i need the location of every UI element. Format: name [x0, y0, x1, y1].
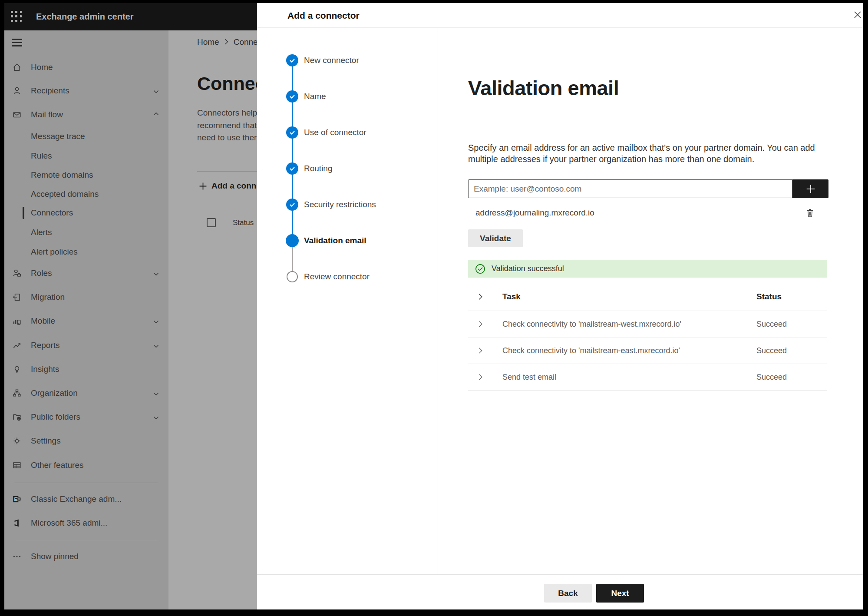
envelope-icon	[12, 110, 22, 119]
task-column-header: Task	[502, 292, 521, 301]
sidebar-item-microsoft-365-admin[interactable]: Microsoft 365 admi...	[4, 514, 168, 532]
next-button[interactable]: Next	[596, 584, 644, 603]
sidebar-item-alerts[interactable]: Alerts	[4, 224, 168, 241]
left-navigation: Home Recipients Mail flow Message trace …	[4, 30, 168, 609]
sidebar-item-remote-domains[interactable]: Remote domains	[4, 166, 168, 184]
sidebar-item-rules[interactable]: Rules	[4, 147, 168, 165]
svg-text:E: E	[14, 497, 17, 502]
sidebar-item-mobile[interactable]: Mobile	[4, 312, 168, 330]
sidebar-item-classic-exchange-admin[interactable]: E Classic Exchange adm...	[4, 490, 168, 508]
close-icon	[852, 10, 863, 20]
add-connector-flyout: Add a connector New connector Name Use o…	[257, 3, 863, 609]
org-chart-icon	[12, 388, 22, 398]
sidebar-item-public-folders[interactable]: Public folders	[4, 408, 168, 426]
close-button[interactable]	[851, 8, 863, 21]
step-review-connector[interactable]: Review connector	[257, 268, 438, 285]
breadcrumb: Home Conne	[197, 37, 257, 47]
sidebar-item-other-features[interactable]: Other features	[4, 457, 168, 474]
expand-row-chevron-icon[interactable]	[478, 347, 483, 354]
chevron-down-icon	[153, 388, 159, 398]
expand-row-chevron-icon[interactable]	[478, 321, 483, 328]
added-address-text: address@journaling.mxrecord.io	[475, 208, 594, 218]
delete-address-button[interactable]	[803, 206, 816, 219]
check-circle-icon	[286, 126, 298, 139]
home-icon	[12, 63, 22, 72]
page-title: Connec	[197, 73, 257, 94]
lightbulb-icon	[12, 364, 22, 374]
table-row: Check connectivity to 'mailstream-west.m…	[468, 311, 827, 338]
row-status: Succeed	[756, 372, 787, 381]
check-circle-icon	[286, 162, 298, 175]
flyout-title: Add a connector	[287, 3, 360, 28]
sidebar-item-reports[interactable]: Reports	[4, 337, 168, 354]
sidebar-item-connectors[interactable]: Connectors	[4, 204, 168, 222]
sidebar-item-message-trace[interactable]: Message trace	[4, 128, 168, 145]
status-column-header: Status	[233, 219, 254, 227]
trash-icon	[805, 208, 815, 218]
expand-row-chevron-icon[interactable]	[478, 373, 483, 381]
app-launcher-icon[interactable]	[11, 11, 23, 23]
background-page: Home Conne Connec Connectors help recomm…	[168, 30, 257, 609]
sidebar-item-alert-policies[interactable]: Alert policies	[4, 243, 168, 261]
success-check-icon	[475, 264, 485, 274]
sidebar-item-recipients[interactable]: Recipients	[4, 82, 168, 99]
sidebar-item-insights[interactable]: Insights	[4, 361, 168, 378]
screenshot-root: Exchange admin center Home Recipients Ma…	[0, 0, 868, 616]
chevron-up-icon	[153, 110, 159, 119]
line-chart-icon	[12, 341, 22, 350]
plus-icon	[199, 182, 207, 190]
table-row: Send test email Succeed	[468, 364, 827, 390]
expand-all-chevron-icon[interactable]	[478, 293, 483, 301]
sidebar-item-mail-flow[interactable]: Mail flow	[4, 106, 168, 123]
row-status: Succeed	[756, 346, 787, 355]
table-row: Check connectivity to 'mailstream-east.m…	[468, 338, 827, 364]
step-validation-email[interactable]: Validation email	[257, 232, 438, 249]
chevron-down-icon	[153, 412, 159, 422]
sidebar-item-accepted-domains[interactable]: Accepted domains	[4, 185, 168, 203]
step-use-of-connector[interactable]: Use of connector	[257, 124, 438, 141]
sidebar-item-roles[interactable]: Roles	[4, 265, 168, 282]
breadcrumb-home-link[interactable]: Home	[197, 37, 219, 47]
table-divider	[468, 390, 827, 391]
email-address-input[interactable]	[468, 179, 792, 198]
selected-indicator	[23, 207, 24, 219]
step-new-connector[interactable]: New connector	[257, 52, 438, 69]
validation-success-banner: Validation successful	[468, 260, 827, 278]
step-routing[interactable]: Routing	[257, 160, 438, 177]
office-logo-icon	[12, 518, 22, 528]
sidebar-item-show-pinned[interactable]: Show pinned	[4, 548, 168, 565]
person-icon	[12, 86, 22, 96]
select-all-checkbox[interactable]	[207, 218, 216, 227]
person-badge-icon	[12, 268, 22, 278]
add-connector-button[interactable]: Add a conn	[199, 178, 256, 194]
back-button[interactable]: Back	[544, 584, 592, 603]
table-icon	[12, 460, 22, 470]
hamburger-menu-icon[interactable]	[12, 39, 22, 47]
folder-globe-icon	[12, 412, 22, 422]
check-circle-icon	[286, 199, 298, 211]
gear-icon	[12, 436, 22, 446]
toolbar-divider	[197, 171, 257, 172]
sidebar-divider	[15, 483, 158, 483]
sidebar-item-settings[interactable]: Settings	[4, 432, 168, 450]
address-list-divider	[468, 224, 827, 224]
sidebar-divider	[15, 541, 158, 541]
empty-step-icon	[287, 271, 298, 282]
step-security-restrictions[interactable]: Security restrictions	[257, 196, 438, 213]
validate-button[interactable]: Validate	[468, 229, 523, 247]
row-status: Succeed	[756, 320, 787, 329]
bars-phone-icon	[12, 316, 22, 326]
stepper-content-divider	[438, 28, 438, 574]
sidebar-item-home[interactable]: Home	[4, 59, 168, 76]
sidebar-item-migration[interactable]: Migration	[4, 288, 168, 306]
ellipsis-icon	[12, 552, 22, 561]
check-circle-icon	[286, 90, 298, 103]
flyout-header: Add a connector	[257, 3, 863, 28]
sidebar-item-organization[interactable]: Organization	[4, 384, 168, 402]
add-address-button[interactable]	[792, 179, 828, 198]
breadcrumb-chevron-icon	[224, 37, 228, 47]
breadcrumb-current: Conne	[234, 37, 257, 47]
step-name[interactable]: Name	[257, 88, 438, 105]
footer-divider	[257, 574, 863, 575]
wizard-page-title: Validation email	[468, 76, 619, 100]
